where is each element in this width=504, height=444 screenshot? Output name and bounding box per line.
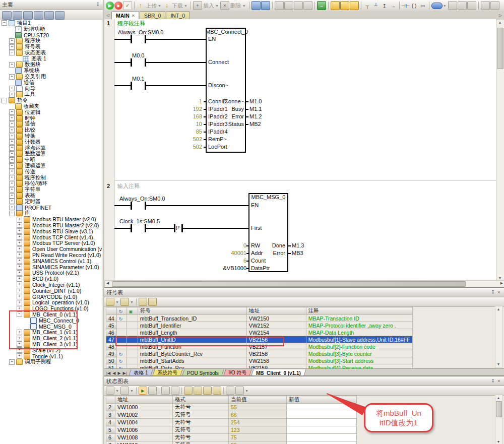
tree-item-33[interactable]: +Modbus RTU Master (v2.0) (0, 216, 102, 222)
tree-item-20[interactable]: +计数器 (0, 139, 102, 145)
symbol-address[interactable]: VB2157 (246, 343, 306, 350)
expand-plus-icon[interactable]: + (17, 341, 22, 347)
unforce-icon[interactable] (194, 387, 202, 395)
communications-icon[interactable] (55, 11, 65, 20)
symbol-name[interactable]: mbtBuff_StartAdds (138, 357, 246, 364)
scroll-down-icon[interactable]: ▼ (497, 275, 503, 280)
symbol-address[interactable]: VB2158 (246, 350, 306, 357)
bookmark-next-icon[interactable] (294, 1, 303, 10)
watch-address[interactable]: VW1008 (115, 434, 173, 441)
symbol-name[interactable]: mbtBuff_ByteCounter_Rcv (138, 350, 246, 357)
expand-plus-icon[interactable]: + (17, 330, 22, 335)
tree-item-30[interactable]: +定时器 (0, 199, 102, 205)
expand-plus-icon[interactable]: + (9, 44, 15, 50)
expand-plus-icon[interactable]: + (9, 92, 15, 97)
tree-item-34[interactable]: +Modbus RTU Master2 (v2.0) (0, 222, 102, 228)
tab-scroll-right-icon[interactable]: ▷ (497, 13, 504, 18)
expand-plus-icon[interactable]: + (17, 217, 22, 222)
status-row-6[interactable]: 6VW1008无符号75 (106, 434, 357, 441)
tab-sbr_0[interactable]: SBR_0 (140, 11, 165, 19)
watch-address[interactable]: VW1004 (115, 419, 173, 426)
tree-item-46[interactable]: +GRAYCODE (v1.0) (0, 294, 102, 300)
expand-plus-icon[interactable]: + (9, 187, 15, 193)
tree-item-37[interactable]: +Modbus TCP Server (v1.0) (0, 240, 102, 246)
expand-plus-icon[interactable]: + (9, 181, 15, 186)
new-value-input[interactable] (287, 419, 357, 426)
sheet-nav-1[interactable]: ◀ (111, 371, 116, 375)
expand-plus-icon[interactable]: + (17, 300, 22, 305)
tree-item-39[interactable]: +PN Read Write Record (v1.0) (0, 252, 102, 258)
tree-item-6[interactable]: 图表 1 (0, 56, 102, 62)
expand-plus-icon[interactable]: + (9, 115, 15, 121)
dropdown-arrow-icon[interactable]: ▼ (130, 300, 134, 304)
expand-plus-icon[interactable]: + (17, 228, 22, 234)
editor-vertical-scrollbar[interactable]: ▲ ▼ (496, 19, 504, 280)
tree-item-42[interactable]: +USS Protocol (v2.1) (0, 270, 102, 276)
symbol-row-44[interactable]: 44↻mbtBuff_Transaction_IDVW2150MBAP-Tran… (106, 315, 413, 322)
expand-plus-icon[interactable]: + (17, 336, 22, 341)
symbol-row-45[interactable]: 45mbtBuff_IdentifierVW2152MBAP-Protocol … (106, 322, 413, 329)
expand-plus-icon[interactable]: + (17, 240, 22, 246)
dropdown-arrow-icon[interactable]: ▼ (115, 300, 119, 304)
read-force-icon[interactable] (213, 387, 221, 395)
expand-plus-icon[interactable]: + (9, 163, 15, 169)
status-row-7[interactable]: 7VW1010无符号28 (106, 441, 357, 444)
symbol-comment[interactable]: Modbusbuf[4]-Receive data (306, 364, 412, 369)
create-undefined-icon[interactable] (148, 298, 157, 306)
trend-view-icon[interactable] (226, 387, 234, 395)
chart-status-on-icon[interactable]: ▶ (139, 387, 147, 395)
force-icon[interactable] (184, 387, 193, 395)
expand-plus-icon[interactable]: + (9, 121, 15, 127)
tree-item-26[interactable]: +程序控制 (0, 175, 102, 181)
expand-plus-icon[interactable]: + (9, 139, 15, 145)
tree-item-57[interactable]: +调用子例程 (0, 359, 102, 365)
upload-button[interactable]: ↑ (137, 2, 145, 10)
expand-plus-icon[interactable]: + (17, 270, 22, 276)
tree-item-2[interactable]: CPU ST20 (0, 32, 102, 38)
tree-item-25[interactable]: +传送 (0, 169, 102, 175)
read-all-icon[interactable] (161, 387, 170, 395)
tree-item-16[interactable]: +时钟 (0, 115, 102, 121)
symbol-address[interactable]: VW2154 (246, 329, 306, 336)
apply-symbols-icon[interactable] (139, 298, 147, 306)
symbol-row-48[interactable]: 48mbtBuff_FunctionVB2157Modbusbuf[2]-Fun… (106, 343, 413, 350)
branch-rise-icon[interactable]: ↥ (381, 2, 389, 10)
scroll-down-icon[interactable]: ▼ (495, 439, 501, 444)
tree-item-54[interactable]: +MB_Client_3 (v1.1) (0, 341, 102, 347)
expand-plus-icon[interactable]: + (17, 294, 22, 299)
collapse-minus-icon[interactable]: − (2, 98, 7, 103)
insert-button[interactable]: + (193, 1, 202, 10)
symbol-comment[interactable]: MBAP-Transaction ID (306, 315, 412, 322)
scrollbar-thumb[interactable] (497, 28, 503, 69)
expand-plus-icon[interactable]: + (9, 86, 15, 91)
expand-plus-icon[interactable]: + (9, 38, 15, 44)
watch-address[interactable]: VW1000 (115, 404, 173, 411)
status-row-2[interactable]: 2VW1000无符号55 (106, 404, 357, 411)
new-value-input[interactable] (287, 404, 357, 411)
write-all-icon[interactable] (171, 387, 179, 395)
unlock-icon[interactable] (340, 1, 349, 10)
expand-plus-icon[interactable]: + (9, 199, 15, 204)
symbol-name[interactable]: mbtBuff_Transaction_ID (138, 315, 246, 322)
symbol-name[interactable]: mbtBuff_Data_Rcv (138, 364, 246, 369)
sheet-nav-3[interactable]: ▶| (122, 371, 128, 375)
sheet-nav-0[interactable]: |◀ (105, 371, 111, 375)
scroll-left-icon[interactable]: ◀ (105, 281, 110, 286)
expand-plus-icon[interactable]: + (17, 222, 22, 228)
tab-int_0[interactable]: INT_0 (166, 11, 190, 19)
data-block-icon[interactable] (34, 11, 43, 20)
format-header[interactable]: 格式 (173, 396, 229, 404)
address-header[interactable]: 地址 (115, 396, 173, 404)
watch-format[interactable]: 无符号 (173, 411, 229, 419)
symbol-table-toggle-icon[interactable] (448, 1, 457, 10)
symbol-row-50[interactable]: 50↻mbtBuff_StartAddsVW2158Modbusbuf[3]-S… (106, 357, 413, 364)
new-value-input[interactable] (287, 441, 357, 444)
insert-row-icon[interactable] (106, 298, 114, 306)
tree-item-45[interactable]: +Counter_DINT (v1.0) (0, 288, 102, 294)
scroll-down-icon[interactable]: ▼ (495, 361, 501, 367)
expand-plus-icon[interactable]: + (17, 347, 22, 353)
symbol-comment[interactable]: MBAP-Data Length (306, 329, 412, 336)
expand-plus-icon[interactable]: + (17, 276, 22, 282)
symbol-table-icon[interactable] (13, 11, 22, 20)
address-header[interactable]: 地址 (246, 307, 306, 315)
